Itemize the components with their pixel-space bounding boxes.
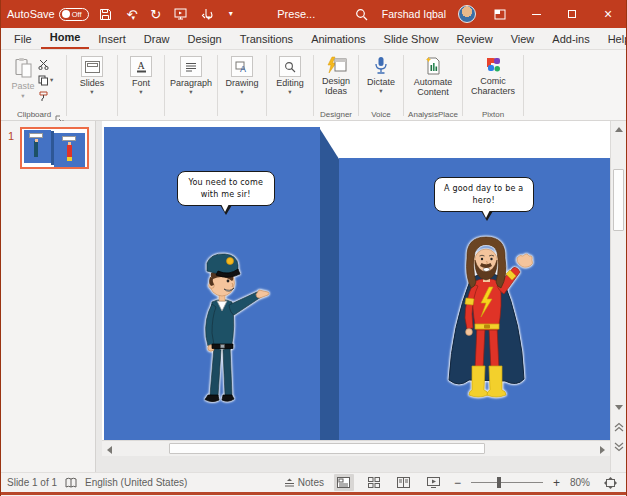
speech-bubble-right-text: A good day to be a hero! bbox=[444, 184, 523, 205]
speech-bubble-left[interactable]: You need to come with me sir! bbox=[177, 171, 275, 206]
zoom-in-button[interactable]: + bbox=[553, 477, 560, 489]
format-painter-button[interactable] bbox=[38, 90, 50, 102]
tab-transitions[interactable]: Transitions bbox=[231, 30, 302, 49]
tab-add-ins[interactable]: Add-ins bbox=[543, 30, 598, 49]
slide-canvas[interactable]: You need to come with me sir! A good day… bbox=[102, 121, 610, 456]
group-label-analysisplace: AnalysisPlace bbox=[405, 110, 461, 119]
avatar[interactable] bbox=[458, 5, 476, 23]
tab-help[interactable]: Help bbox=[599, 30, 627, 49]
ribbon-display-options-icon bbox=[494, 9, 506, 20]
slides-icon bbox=[85, 61, 100, 73]
window-title: Prese... bbox=[239, 8, 354, 20]
slide-thumbnail-panel: 1 bbox=[1, 121, 96, 472]
tab-view[interactable]: View bbox=[502, 30, 544, 49]
vscroll-down-arrow[interactable] bbox=[611, 399, 626, 415]
minimize-button[interactable] bbox=[524, 5, 548, 23]
tab-file[interactable]: File bbox=[5, 30, 41, 49]
save-button[interactable] bbox=[98, 6, 114, 22]
title-bar: AutoSave Off ↶▾ ↻ ▾ ▾ Prese... Farshad I… bbox=[1, 0, 626, 28]
paragraph-button[interactable]: Paragraph ▾ bbox=[170, 54, 212, 107]
ribbon-display-options-button[interactable] bbox=[488, 5, 512, 23]
voice-group: Dictate ▾ Voice bbox=[360, 53, 402, 120]
previous-slide-button[interactable] bbox=[611, 419, 626, 435]
search-button[interactable] bbox=[354, 6, 370, 22]
zoom-level[interactable]: 80% bbox=[570, 477, 590, 488]
slideshow-view-icon bbox=[427, 477, 440, 488]
notes-icon bbox=[284, 478, 295, 488]
zoom-slider[interactable] bbox=[471, 482, 543, 484]
tab-slide-show[interactable]: Slide Show bbox=[375, 30, 448, 49]
normal-view-button[interactable] bbox=[334, 474, 354, 491]
qat-customize-button[interactable]: ▾ bbox=[223, 6, 239, 22]
comic-characters-button[interactable]: Comic Characters bbox=[466, 54, 520, 107]
thumb-right-bubble bbox=[62, 136, 76, 141]
hscroll-left-arrow[interactable] bbox=[107, 446, 112, 454]
slide-sorter-view-button[interactable] bbox=[364, 474, 384, 491]
clipboard-dialog-launcher[interactable] bbox=[55, 110, 64, 119]
slides-button[interactable]: Slides ▾ bbox=[71, 54, 113, 107]
slide-thumbnail[interactable] bbox=[20, 127, 89, 169]
autosave-toggle[interactable]: AutoSave Off bbox=[7, 8, 89, 21]
redo-button[interactable]: ↻ bbox=[148, 6, 164, 22]
design-ideas-button[interactable]: Design Ideas bbox=[317, 54, 355, 107]
language-indicator[interactable]: English (United States) bbox=[85, 477, 187, 488]
cut-button[interactable] bbox=[38, 58, 50, 70]
paragraph-icon bbox=[185, 62, 197, 72]
drawing-button[interactable]: A Drawing ▾ bbox=[221, 54, 263, 107]
next-slide-button[interactable] bbox=[611, 439, 626, 455]
reading-view-button[interactable] bbox=[394, 474, 414, 491]
hscroll-thumb[interactable] bbox=[169, 443, 485, 454]
zoom-out-button[interactable]: − bbox=[454, 477, 461, 489]
automate-content-button[interactable]: Automate Content bbox=[407, 54, 459, 107]
paste-button[interactable]: Paste ▾ bbox=[8, 54, 38, 107]
font-button[interactable]: A Font ▾ bbox=[121, 54, 161, 107]
format-painter-icon bbox=[38, 91, 50, 102]
undo-button[interactable]: ↶▾ bbox=[123, 6, 139, 22]
slide-number: 1 bbox=[8, 130, 14, 142]
zoom-slider-thumb[interactable] bbox=[497, 477, 501, 488]
editing-button[interactable]: Editing ▾ bbox=[270, 54, 310, 107]
maximize-button[interactable] bbox=[560, 5, 584, 23]
font-dropdown-icon: ▾ bbox=[139, 89, 142, 96]
copy-icon bbox=[38, 75, 49, 86]
fit-to-window-icon bbox=[604, 477, 617, 489]
automate-content-icon bbox=[424, 56, 442, 76]
tab-review[interactable]: Review bbox=[448, 30, 502, 49]
thumb-left-bubble bbox=[29, 133, 43, 138]
fit-to-window-button[interactable] bbox=[600, 474, 620, 491]
vscroll-thumb[interactable] bbox=[613, 169, 624, 231]
tab-draw[interactable]: Draw bbox=[135, 30, 179, 49]
tab-home[interactable]: Home bbox=[41, 28, 90, 49]
search-icon bbox=[355, 8, 368, 21]
superhero-character[interactable] bbox=[438, 230, 535, 412]
slide-counter[interactable]: Slide 1 of 1 bbox=[7, 477, 57, 488]
vertical-scrollbar[interactable] bbox=[610, 121, 626, 472]
designer-group: Design Ideas Designer bbox=[315, 53, 357, 120]
notes-button[interactable]: Notes bbox=[284, 477, 324, 488]
slide-editor: You need to come with me sir! A good day… bbox=[96, 121, 610, 472]
vscroll-up-arrow[interactable] bbox=[611, 121, 626, 137]
slideshow-icon bbox=[174, 8, 187, 20]
touch-mode-button[interactable]: ▾ bbox=[198, 6, 214, 22]
close-button[interactable]: × bbox=[596, 5, 620, 23]
policeman-character[interactable] bbox=[171, 247, 271, 407]
user-name[interactable]: Farshad Iqbal bbox=[382, 8, 446, 20]
editing-group: Editing ▾ bbox=[268, 53, 312, 120]
tab-design[interactable]: Design bbox=[178, 30, 230, 49]
tab-insert[interactable]: Insert bbox=[89, 30, 135, 49]
ribbon: Paste ▾ ▾ Clipboard bbox=[1, 50, 626, 121]
horizontal-scrollbar[interactable] bbox=[102, 440, 610, 456]
hscroll-right-arrow[interactable] bbox=[600, 446, 605, 454]
analysisplace-group: Automate Content AnalysisPlace bbox=[405, 53, 461, 120]
reading-view-icon bbox=[397, 477, 410, 488]
start-slideshow-button[interactable] bbox=[173, 6, 189, 22]
speech-bubble-right[interactable]: A good day to be a hero! bbox=[434, 177, 534, 212]
save-icon bbox=[99, 8, 112, 21]
close-icon: × bbox=[604, 6, 612, 22]
copy-button[interactable]: ▾ bbox=[38, 74, 53, 86]
copy-dropdown-icon: ▾ bbox=[50, 77, 53, 84]
tab-animations[interactable]: Animations bbox=[302, 30, 374, 49]
dictate-button[interactable]: Dictate ▾ bbox=[362, 54, 400, 107]
spellcheck-icon[interactable] bbox=[65, 477, 77, 489]
slideshow-view-button[interactable] bbox=[424, 474, 444, 491]
